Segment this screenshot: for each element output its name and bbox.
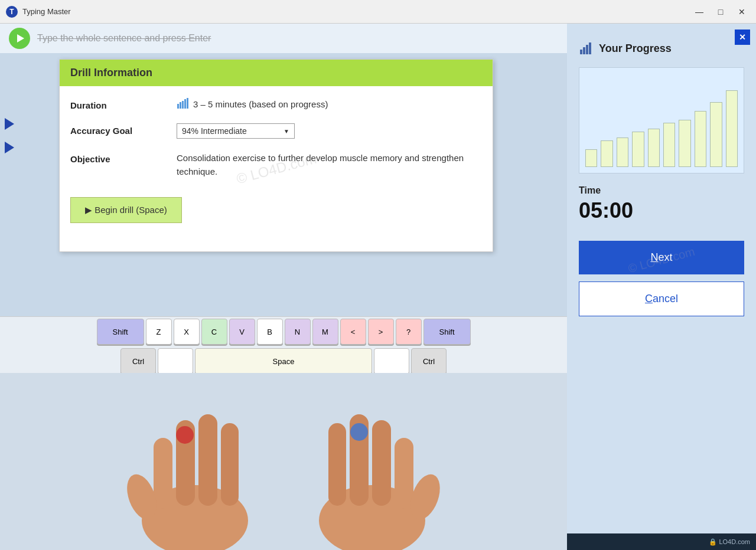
drill-body: © LO4D.com Duration (60, 86, 493, 251)
chart-bar-9 (710, 102, 722, 167)
duration-label: Duration (70, 98, 177, 110)
hands-section (0, 373, 567, 550)
chart-bar-1 (585, 149, 597, 167)
duration-value: 3 – 5 minutes (based on progress) (177, 98, 482, 110)
progress-chart-icon (579, 41, 593, 55)
nav-arrow-top[interactable] (5, 118, 14, 130)
accuracy-value: 94% Intermediate ▼ (177, 123, 482, 139)
chart-bar-2 (601, 140, 612, 167)
window-controls: — □ ✕ (691, 6, 750, 18)
accuracy-label: Accuracy Goal (70, 123, 177, 136)
key-slash[interactable]: ? (396, 319, 422, 345)
key-c[interactable]: C (201, 319, 227, 345)
keyboard-area: Shift Z X C V B N M < > ? Shift Ctrl Spa… (0, 316, 567, 376)
svg-rect-19 (586, 45, 588, 54)
key-b[interactable]: B (257, 319, 283, 345)
keyboard-row-bottom: Ctrl Space Ctrl (0, 346, 567, 376)
cancel-underline: C (645, 293, 653, 305)
right-panel: ✕ © LO4D.com Your Progress (567, 24, 756, 550)
key-space[interactable]: Space (195, 348, 372, 374)
key-ctrl-right[interactable]: Ctrl (411, 348, 447, 374)
svg-rect-12 (395, 438, 413, 509)
accuracy-dropdown[interactable]: 94% Intermediate ▼ (177, 123, 295, 139)
svg-rect-3 (184, 99, 186, 109)
cancel-button[interactable]: Cancel (579, 281, 744, 316)
time-label: Time (579, 185, 744, 196)
key-n[interactable]: N (285, 319, 311, 345)
main-container: Type the whole sentence and press Enter … (0, 24, 756, 550)
chart-bar-7 (679, 120, 690, 167)
dropdown-arrow-icon: ▼ (284, 128, 289, 135)
title-bar: T Typing Master — □ ✕ (0, 0, 756, 24)
window-title: Typing Master (22, 7, 71, 16)
accuracy-selected: 94% Intermediate (182, 126, 247, 136)
svg-rect-9 (221, 423, 239, 506)
progress-title: Your Progress (579, 41, 744, 55)
key-period[interactable]: > (368, 319, 394, 345)
svg-rect-13 (372, 420, 391, 506)
chart-bar-6 (663, 123, 675, 167)
svg-rect-8 (198, 414, 217, 506)
keyboard-row-modifier: Shift Z X C V B N M < > ? Shift (0, 317, 567, 346)
progress-title-text: Your Progress (599, 42, 672, 55)
chart-bar-10 (726, 90, 738, 167)
svg-rect-4 (187, 98, 188, 109)
begin-drill-button[interactable]: ▶ Begin drill (Space) (70, 197, 182, 223)
chart-bar-4 (632, 132, 644, 167)
next-button-label: Next (650, 251, 672, 263)
nav-arrow-bottom[interactable] (5, 142, 14, 153)
duration-row: Duration 3 – 5 minutes (based on pro (70, 98, 482, 110)
drill-header: Drill Information (60, 60, 493, 86)
hands-background (0, 373, 567, 550)
key-shift-left[interactable]: Shift (97, 319, 144, 345)
objective-row: Objective Consolidation exercise to furt… (70, 152, 482, 178)
next-underline: N (650, 251, 658, 263)
bottom-bar: 🔒 LO4D.com (567, 533, 756, 550)
chart-bar-5 (648, 129, 660, 167)
accuracy-row: Accuracy Goal 94% Intermediate ▼ (70, 123, 482, 139)
key-alt-right[interactable] (374, 348, 409, 374)
app-icon: T (6, 6, 18, 18)
instruction-text: Type the whole sentence and press Enter (37, 33, 211, 44)
key-x[interactable]: X (174, 319, 200, 345)
key-ctrl-left[interactable]: Ctrl (120, 348, 156, 374)
left-hand (118, 379, 272, 550)
instruction-bar: Type the whole sentence and press Enter (0, 24, 567, 53)
chart-bar-8 (695, 111, 706, 167)
objective-label: Objective (70, 152, 177, 164)
left-area: Type the whole sentence and press Enter … (0, 24, 567, 550)
objective-value: Consolidation exercise to further develo… (177, 152, 482, 178)
svg-rect-17 (580, 50, 582, 54)
lo4d-badge: 🔒 LO4D.com (709, 538, 750, 546)
svg-rect-0 (177, 104, 179, 109)
play-button[interactable] (9, 28, 30, 49)
key-shift-right[interactable]: Shift (423, 319, 471, 345)
svg-rect-1 (180, 102, 181, 109)
key-z[interactable]: Z (146, 319, 172, 345)
svg-rect-6 (154, 438, 172, 509)
key-alt-left[interactable] (158, 348, 193, 374)
time-value: 05:00 (579, 198, 744, 223)
progress-chart (579, 67, 744, 173)
minimize-button[interactable]: — (691, 6, 708, 18)
maximize-button[interactable]: □ (712, 6, 729, 18)
svg-rect-18 (583, 47, 585, 54)
svg-rect-2 (182, 101, 184, 109)
duration-chart-icon (177, 98, 188, 110)
drill-info-dialog: Drill Information © LO4D.com Duration (59, 59, 493, 252)
play-icon (17, 34, 24, 42)
svg-rect-20 (589, 42, 591, 54)
cancel-button-label: Cancel (645, 293, 678, 305)
panel-close-button[interactable]: ✕ (735, 30, 750, 45)
key-m[interactable]: M (312, 319, 338, 345)
close-button[interactable]: ✕ (734, 6, 750, 18)
right-finger-dot (350, 423, 368, 441)
left-finger-dot (176, 426, 194, 444)
next-button[interactable]: Next (579, 241, 744, 274)
svg-rect-15 (328, 423, 346, 506)
key-v[interactable]: V (229, 319, 255, 345)
right-hand (295, 379, 449, 550)
key-comma[interactable]: < (340, 319, 366, 345)
chart-bar-3 (617, 138, 628, 167)
